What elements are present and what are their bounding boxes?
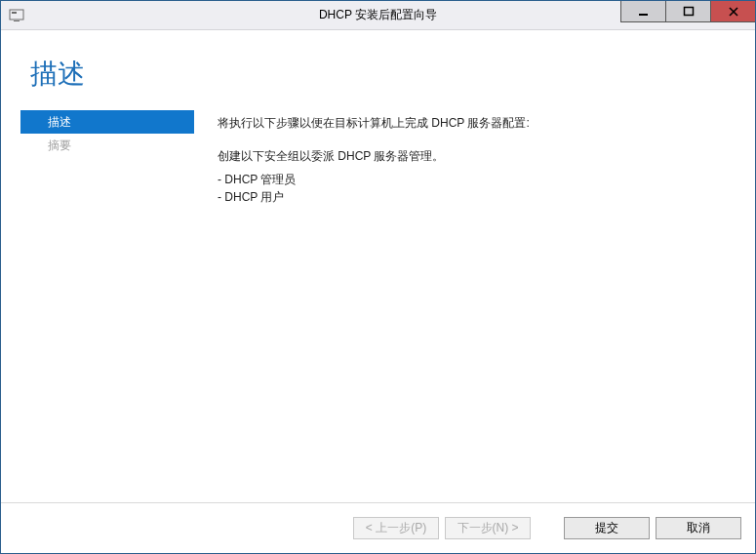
list-item: - DHCP 用户 [218, 188, 732, 206]
sidebar: 描述 摘要 [20, 110, 194, 502]
main-pane: 将执行以下步骤以便在目标计算机上完成 DHCP 服务器配置: 创建以下安全组以委… [194, 110, 755, 502]
maximize-button[interactable] [665, 1, 710, 22]
svg-rect-2 [14, 20, 20, 21]
minimize-button[interactable] [620, 1, 665, 22]
close-button[interactable] [710, 1, 755, 22]
window-title: DHCP 安装后配置向导 [319, 7, 437, 23]
list-item: - DHCP 管理员 [218, 171, 732, 188]
sidebar-item-summary[interactable]: 摘要 [20, 134, 194, 157]
commit-button[interactable]: 提交 [564, 517, 650, 539]
group-line: 创建以下安全组以委派 DHCP 服务器管理。 [218, 147, 732, 165]
sidebar-item-description[interactable]: 描述 [20, 110, 194, 134]
titlebar: DHCP 安装后配置向导 [1, 1, 755, 30]
svg-rect-1 [12, 12, 17, 14]
window-controls [620, 1, 755, 22]
security-groups-list: - DHCP 管理员 - DHCP 用户 [218, 171, 732, 206]
next-button: 下一步(N) > [445, 517, 531, 539]
body-area: 描述 摘要 将执行以下步骤以便在目标计算机上完成 DHCP 服务器配置: 创建以… [1, 110, 755, 502]
footer: < 上一步(P) 下一步(N) > 提交 取消 [1, 502, 755, 553]
svg-rect-4 [684, 7, 693, 15]
intro-text: 将执行以下步骤以便在目标计算机上完成 DHCP 服务器配置: [218, 114, 732, 132]
svg-rect-3 [639, 14, 648, 16]
content-area: 描述 描述 摘要 将执行以下步骤以便在目标计算机上完成 DHCP 服务器配置: … [1, 30, 755, 553]
wizard-window: DHCP 安装后配置向导 描述 描述 摘要 将执行以下步骤以便在目标计算机上完成… [0, 0, 756, 554]
svg-rect-0 [10, 10, 23, 20]
cancel-button[interactable]: 取消 [656, 517, 741, 539]
page-heading: 描述 [1, 30, 755, 110]
app-icon [9, 8, 24, 23]
previous-button: < 上一步(P) [353, 517, 439, 539]
